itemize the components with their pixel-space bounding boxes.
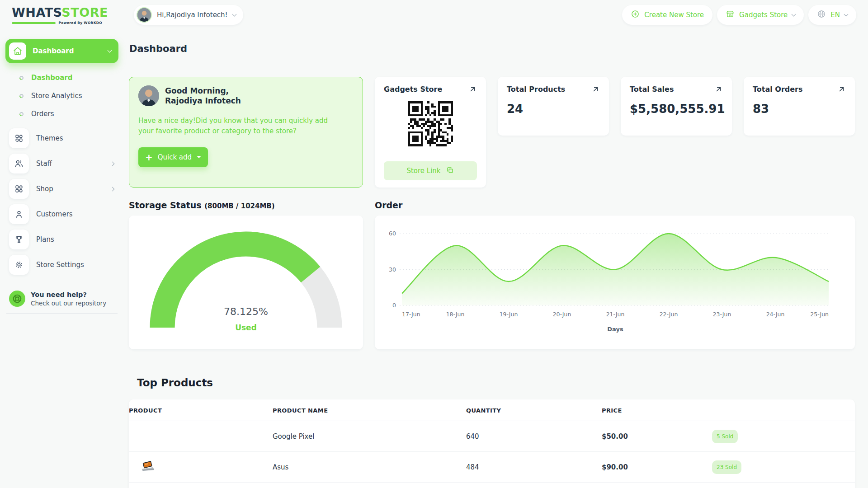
svg-text:0: 0 [392, 302, 396, 309]
product-name: Google Pixel [273, 421, 466, 452]
sidebar-item-store-analytics[interactable]: Store Analytics [5, 87, 118, 105]
person-icon [9, 204, 29, 224]
column-header-product: PRODUCT [129, 399, 273, 421]
sidebar-item-orders[interactable]: Orders [5, 105, 118, 123]
sidebar-item-customers[interactable]: Customers [5, 202, 118, 227]
home-icon [9, 42, 26, 60]
user-avatar [137, 7, 152, 23]
page-title: Dashboard [129, 43, 187, 54]
language-selector[interactable]: EN [808, 5, 856, 25]
chevron-down-icon [844, 12, 849, 16]
stat-card-total-orders: Total Orders 83 [744, 77, 855, 136]
bullet-icon [19, 93, 24, 99]
sidebar-item-label: Customers [36, 210, 114, 218]
store-card-title: Gadgets Store [384, 85, 442, 94]
order-section-title: Order [375, 200, 402, 210]
stat-value: 24 [507, 102, 600, 116]
store-selector[interactable]: Gadgets Store [717, 5, 804, 25]
column-header-sold [712, 399, 855, 421]
help-title: You need help? [31, 291, 106, 298]
plus-icon: + [145, 153, 153, 162]
svg-text:20-Jun: 20-Jun [553, 311, 571, 318]
sidebar-group-dashboard[interactable]: Dashboard [5, 39, 118, 63]
whatsstore-dashboard: WHATSSTORE Powered By WORKDO Hi,Rajodiya… [0, 0, 868, 488]
user-menu[interactable]: Hi,Rajodiya Infotech! [134, 5, 243, 25]
external-link-icon[interactable] [714, 85, 723, 95]
svg-text:25-Jun: 25-Jun [810, 311, 829, 318]
sold-badge: 23 Sold [712, 460, 741, 474]
sidebar-item-label: Shop [36, 185, 104, 193]
sidebar-group-label: Dashboard [33, 47, 102, 55]
logo-text: WHATSSTORE [12, 6, 102, 19]
copy-icon [446, 166, 454, 176]
stat-value: $5,580,555.91 [630, 102, 723, 116]
sidebar-item-themes[interactable]: Themes [5, 126, 118, 151]
powered-by-label: Powered By WORKDO [58, 21, 102, 25]
table-row[interactable]: Asus 484 $90.00 23 Sold [129, 452, 855, 483]
svg-text:30: 30 [389, 266, 396, 273]
stat-card-total-products: Total Products 24 [498, 77, 609, 136]
store-link-label: Store Link [406, 167, 440, 175]
greeting-message: Have a nice day!Did you know that you ca… [138, 116, 340, 137]
product-price: $50.00 [602, 421, 712, 452]
order-area-chart: 0306017-Jun18-Jun19-Jun20-Jun21-Jun22-Ju… [384, 222, 846, 336]
storage-used-label: Used [129, 323, 363, 332]
sidebar-item-label: Dashboard [31, 74, 72, 82]
stat-label: Total Products [507, 85, 565, 94]
sidebar-item-label: Orders [31, 110, 54, 118]
gear-icon [9, 255, 29, 275]
table-header-row: PRODUCT PRODUCT NAME QUANTITY PRICE [129, 399, 855, 421]
chevron-right-icon [110, 161, 115, 166]
svg-text:23-Jun: 23-Jun [713, 311, 731, 318]
chevron-down-icon [792, 12, 796, 16]
sidebar-item-label: Store Settings [36, 261, 114, 269]
bullet-icon [19, 75, 24, 81]
sidebar-item-dashboard[interactable]: Dashboard [5, 69, 118, 87]
product-name: Asus [273, 452, 466, 483]
store-link-button[interactable]: Store Link [384, 161, 477, 180]
product-image-laptop [140, 465, 156, 474]
stat-value: 83 [753, 102, 846, 116]
whatsstore-logo[interactable]: WHATSSTORE Powered By WORKDO [12, 6, 102, 25]
caret-down-icon [197, 156, 201, 158]
external-link-icon[interactable] [468, 85, 477, 95]
storefront-icon [726, 9, 735, 20]
product-quantity: 640 [466, 421, 602, 452]
column-header-price: PRICE [602, 399, 712, 421]
sidebar-divider [6, 284, 118, 284]
quick-add-button[interactable]: + Quick add [138, 147, 208, 167]
chevron-down-icon [232, 12, 236, 16]
sidebar-item-shop[interactable]: Shop [5, 176, 118, 202]
stat-label: Total Sales [630, 85, 674, 94]
storage-percent-value: 78.125% [129, 306, 363, 317]
order-chart-card: 0306017-Jun18-Jun19-Jun20-Jun21-Jun22-Ju… [375, 216, 855, 349]
external-link-icon[interactable] [591, 85, 600, 95]
help-link[interactable]: You need help? Check out our repository [5, 291, 118, 307]
sidebar-item-store-settings[interactable]: Store Settings [5, 252, 118, 277]
create-new-store-button[interactable]: Create New Store [622, 5, 712, 25]
trophy-icon [9, 230, 29, 249]
svg-text:22-Jun: 22-Jun [660, 311, 678, 318]
logo-underline [12, 22, 56, 24]
svg-text:60: 60 [389, 230, 396, 237]
globe-icon [817, 9, 826, 20]
svg-text:21-Jun: 21-Jun [606, 311, 625, 318]
external-link-icon[interactable] [837, 85, 846, 95]
sidebar-item-plans[interactable]: Plans [5, 227, 118, 252]
help-subtitle: Check out our repository [31, 300, 106, 307]
sidebar: Dashboard Dashboard Store Analytics Orde… [5, 32, 118, 320]
sidebar-item-label: Store Analytics [31, 92, 82, 100]
svg-text:24-Jun: 24-Jun [766, 311, 785, 318]
grid-icon [9, 128, 29, 148]
product-quantity: 484 [466, 452, 602, 483]
create-new-store-label: Create New Store [644, 11, 704, 19]
quick-add-label: Quick add [158, 153, 192, 161]
bullet-icon [19, 111, 24, 117]
sidebar-divider [6, 313, 118, 314]
column-header-quantity: QUANTITY [466, 399, 602, 421]
svg-text:17-Jun: 17-Jun [402, 311, 420, 318]
table-row[interactable]: Google Pixel 640 $50.00 5 Sold [129, 421, 855, 452]
sidebar-item-staff[interactable]: Staff [5, 151, 118, 176]
greeting-line1: Good Morning, [165, 86, 241, 95]
svg-text:19-Jun: 19-Jun [500, 311, 518, 318]
